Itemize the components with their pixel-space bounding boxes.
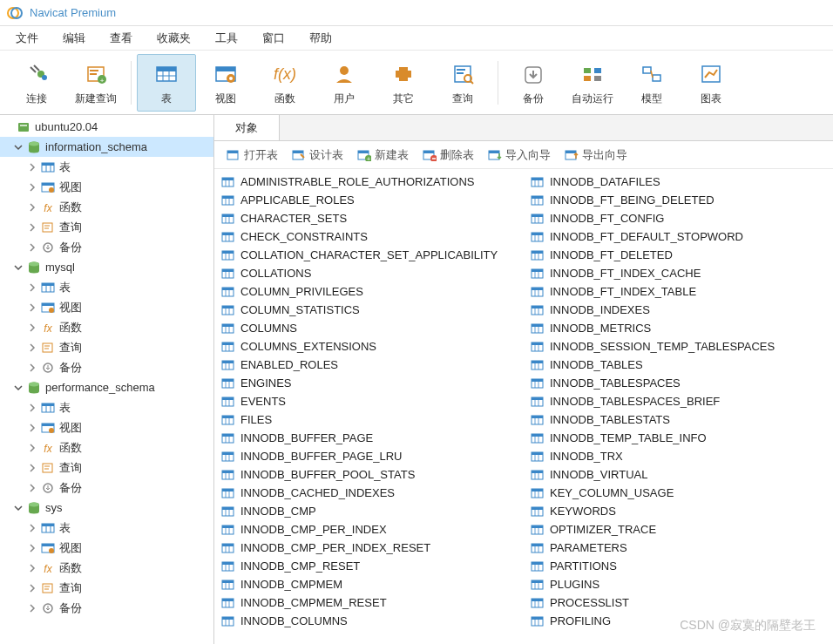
table-row[interactable]: INNODB_CMPMEM_RESET	[220, 593, 529, 612]
tree-item-information_schema[interactable]: information_schema	[0, 137, 213, 157]
expander-icon[interactable]	[12, 141, 24, 153]
table-row[interactable]: COLLATIONS	[220, 264, 529, 282]
table-row[interactable]: INNODB_TABLESPACES	[529, 374, 833, 392]
expander-icon[interactable]	[26, 442, 38, 454]
table-row[interactable]: INNODB_DATAFILES	[529, 173, 833, 191]
table-row[interactable]: COLUMNS	[220, 319, 529, 337]
table-row[interactable]: INNODB_CMP_RESET	[220, 557, 529, 575]
expander-icon[interactable]	[26, 161, 38, 173]
expander-icon[interactable]	[26, 281, 38, 294]
tree-item-查询[interactable]: 查询	[0, 578, 213, 598]
expander-icon[interactable]	[26, 322, 38, 334]
tree-item-函数[interactable]: fx函数	[0, 558, 213, 578]
table-row[interactable]: INNODB_FT_BEING_DELETED	[529, 191, 833, 209]
table-row[interactable]: INNODB_BUFFER_PAGE	[220, 429, 529, 447]
tree-item-函数[interactable]: fx函数	[0, 437, 213, 458]
menu-item-查看[interactable]: 查看	[98, 27, 145, 50]
tree-item-表[interactable]: 表	[0, 397, 213, 417]
menu-item-收藏夹[interactable]: 收藏夹	[145, 27, 203, 50]
table-row[interactable]: ENABLED_ROLES	[220, 356, 529, 374]
table-row[interactable]: COLUMN_STATISTICS	[220, 301, 529, 319]
toolbar-plug-button[interactable]: 连接	[7, 54, 66, 112]
action-delete-table-button[interactable]: 删除表	[417, 145, 479, 166]
table-row[interactable]: KEY_COLUMN_USAGE	[529, 484, 833, 502]
table-row[interactable]: INNODB_CACHED_INDEXES	[220, 484, 529, 502]
tree-item-mysql[interactable]: mysql	[0, 257, 213, 277]
tree-item-表[interactable]: 表	[0, 518, 213, 538]
tree-item-视图[interactable]: 视图	[0, 297, 213, 317]
table-row[interactable]: INNODB_TRX	[529, 447, 833, 465]
tree-item-备份[interactable]: 备份	[0, 478, 213, 498]
table-row[interactable]: INNODB_VIRTUAL	[529, 465, 833, 484]
expander-icon[interactable]	[26, 422, 38, 434]
toolbar-new-query-button[interactable]: +新建查询	[66, 54, 125, 112]
expander-icon[interactable]	[12, 502, 24, 514]
table-row[interactable]: FILES	[220, 410, 529, 429]
tree-item-备份[interactable]: 备份	[0, 598, 213, 618]
tree-item-表[interactable]: 表	[0, 277, 213, 297]
tree-item-sys[interactable]: sys	[0, 498, 213, 518]
table-row[interactable]: INNODB_TABLESTATS	[529, 410, 833, 429]
expander-icon[interactable]	[26, 542, 38, 554]
expander-icon[interactable]	[26, 562, 38, 574]
table-row[interactable]: PLUGINS	[529, 575, 833, 593]
table-row[interactable]: INNODB_TABLESPACES_BRIEF	[529, 392, 833, 410]
table-row[interactable]: COLLATION_CHARACTER_SET_APPLICABILITY	[220, 246, 529, 264]
expander-icon[interactable]	[2, 121, 14, 133]
action-new-table-button[interactable]: +新建表	[352, 145, 414, 166]
table-row[interactable]: INNODB_FT_CONFIG	[529, 209, 833, 227]
table-row[interactable]: INNODB_CMPMEM	[220, 575, 529, 593]
table-row[interactable]: PROFILING	[529, 612, 833, 630]
table-row[interactable]: INNODB_FT_DELETED	[529, 246, 833, 264]
tree-item-查询[interactable]: 查询	[0, 337, 213, 357]
action-design-table-button[interactable]: 设计表	[287, 145, 349, 166]
toolbar-other-button[interactable]: 其它	[374, 54, 433, 112]
expander-icon[interactable]	[26, 342, 38, 354]
expander-icon[interactable]	[26, 522, 38, 534]
expander-icon[interactable]	[26, 402, 38, 414]
tree-item-函数[interactable]: fx函数	[0, 197, 213, 217]
table-row[interactable]: INNODB_FT_INDEX_CACHE	[529, 264, 833, 282]
toolbar-auto-button[interactable]: 自动运行	[563, 54, 622, 112]
table-row[interactable]: INNODB_BUFFER_PAGE_LRU	[220, 447, 529, 465]
table-row[interactable]: ADMINISTRABLE_ROLE_AUTHORIZATIONS	[220, 173, 529, 191]
toolbar-user-button[interactable]: 用户	[315, 54, 374, 112]
table-row[interactable]: PARTITIONS	[529, 557, 833, 575]
table-row[interactable]: ENGINES	[220, 374, 529, 392]
expander-icon[interactable]	[26, 462, 38, 474]
menu-item-工具[interactable]: 工具	[203, 27, 250, 50]
table-row[interactable]: INNODB_INDEXES	[529, 301, 833, 319]
table-row[interactable]: INNODB_FT_DEFAULT_STOPWORD	[529, 227, 833, 246]
expander-icon[interactable]	[26, 201, 38, 214]
action-import-button[interactable]: 导入向导	[483, 145, 556, 166]
expander-icon[interactable]	[26, 362, 38, 374]
table-row[interactable]: INNODB_COLUMNS	[220, 612, 529, 630]
table-row[interactable]: INNODB_CMP	[220, 502, 529, 520]
tree-item-备份[interactable]: 备份	[0, 237, 213, 257]
toolbar-fx-button[interactable]: f(x)函数	[255, 54, 315, 112]
table-row[interactable]: INNODB_SESSION_TEMP_TABLESPACES	[529, 337, 833, 356]
tree-item-查询[interactable]: 查询	[0, 217, 213, 237]
table-row[interactable]: INNODB_METRICS	[529, 319, 833, 337]
table-row[interactable]: KEYWORDS	[529, 502, 833, 520]
toolbar-table-button[interactable]: 表	[137, 54, 196, 112]
menu-item-窗口[interactable]: 窗口	[250, 27, 297, 50]
toolbar-chart-button[interactable]: 图表	[681, 54, 741, 112]
expander-icon[interactable]	[12, 261, 24, 274]
table-row[interactable]: PARAMETERS	[529, 539, 833, 557]
tree-item-视图[interactable]: 视图	[0, 177, 213, 197]
menu-item-文件[interactable]: 文件	[3, 27, 51, 50]
table-row[interactable]: EVENTS	[220, 392, 529, 410]
expander-icon[interactable]	[26, 482, 38, 494]
table-row[interactable]: CHECK_CONSTRAINTS	[220, 227, 529, 246]
table-row[interactable]: CHARACTER_SETS	[220, 209, 529, 227]
expander-icon[interactable]	[26, 602, 38, 614]
table-row[interactable]: INNODB_TEMP_TABLE_INFO	[529, 429, 833, 447]
expander-icon[interactable]	[26, 302, 38, 314]
expander-icon[interactable]	[12, 382, 24, 394]
table-row[interactable]: OPTIMIZER_TRACE	[529, 520, 833, 539]
table-row[interactable]: INNODB_BUFFER_POOL_STATS	[220, 465, 529, 484]
menu-item-编辑[interactable]: 编辑	[51, 27, 98, 50]
tree-item-备份[interactable]: 备份	[0, 357, 213, 377]
expander-icon[interactable]	[26, 241, 38, 254]
